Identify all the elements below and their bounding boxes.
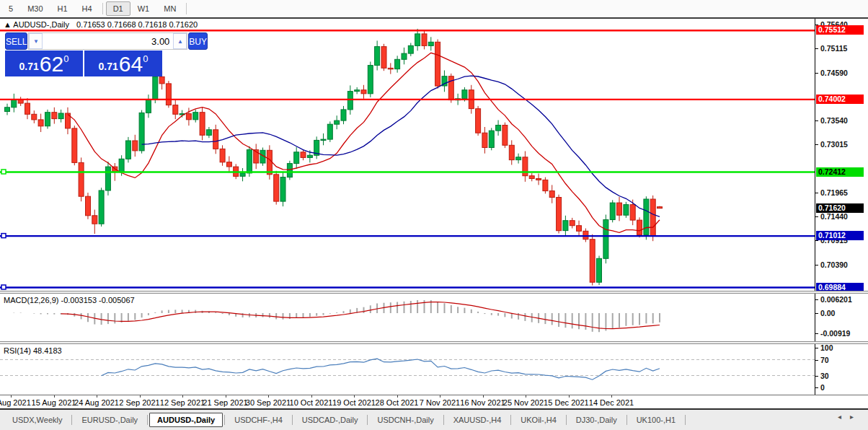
timeframe-mn[interactable]: MN <box>156 1 183 16</box>
tab-uk100-h1[interactable]: UK100-,H1 <box>629 413 683 427</box>
timeframe-5[interactable]: 5 <box>1 1 20 16</box>
tab-eurusd-daily[interactable]: EURUSD-,Daily <box>74 413 146 427</box>
axis-tick-label: 0.71440 <box>820 212 848 221</box>
tab-scroll-arrows[interactable]: ◂▸ <box>838 413 862 421</box>
axis-tick-label: 0.71965 <box>820 188 848 197</box>
toolbar-separator <box>102 3 103 14</box>
line-drag-handle[interactable] <box>1 170 6 174</box>
volume-increase-icon[interactable]: ▲ <box>173 33 187 49</box>
date-tick-label: 21 Sep 2021 <box>203 398 247 407</box>
axis-tick-mark <box>815 348 818 348</box>
collapse-arrow-icon[interactable]: ▲ <box>4 20 12 29</box>
axis-tick-mark <box>815 299 818 300</box>
tab-dj30-daily[interactable]: DJ30-,Daily <box>568 413 625 427</box>
bid-price-display[interactable]: 0.71620 <box>5 51 83 76</box>
date-tick-label: 24 Aug 2021 <box>74 398 119 407</box>
bid-price-big: 62 <box>40 54 63 74</box>
axis-tick-label: 0.006201 <box>820 295 852 304</box>
axis-tick-mark <box>815 120 818 121</box>
ask-price-display[interactable]: 0.71640 <box>84 51 162 76</box>
axis-tick-mark <box>815 216 818 217</box>
axis-tick-mark <box>815 193 818 193</box>
chart-tabs-bar: USDX,WeeklyEURUSD-,DailyAUDUSD-,DailyUSD… <box>0 408 868 430</box>
tab-usdchf-h4[interactable]: USDCHF-,H4 <box>226 413 291 427</box>
rsi-panel[interactable]: RSI(14) 48.4183 <box>0 344 815 395</box>
price-badge: 0.71620 <box>816 203 864 213</box>
date-tick-label: 28 Oct 2021 <box>376 398 419 407</box>
line-drag-handle[interactable] <box>1 285 6 289</box>
timeframe-h1[interactable]: H1 <box>50 1 75 16</box>
axis-tick-label: 0.73540 <box>820 116 848 125</box>
ask-price-big: 64 <box>119 54 143 74</box>
volume-spinner: ▼ ▲ <box>28 32 187 50</box>
axis-tick-label: 70 <box>820 356 829 364</box>
axis-tick-mark <box>815 73 818 74</box>
toolbar-separator <box>186 3 187 14</box>
chart-title: ▲ AUDUSD-,Daily0.71653 0.71668 0.71618 0… <box>4 20 198 29</box>
tab-xauusd-h4[interactable]: XAUUSD-,H4 <box>446 413 510 427</box>
date-tick-mark <box>526 395 526 398</box>
axis-tick-label: 0.75115 <box>820 44 847 53</box>
volume-input[interactable] <box>43 33 173 49</box>
rsi-label: RSI(14) 48.4183 <box>4 346 62 355</box>
timeframe-d1[interactable]: D1 <box>106 1 130 16</box>
axis-tick-mark <box>815 376 818 377</box>
axis-tick-mark <box>815 144 818 145</box>
tab-ukoil-h4[interactable]: UKOil-,H4 <box>513 413 564 427</box>
date-tick-label: 10 Oct 2021 <box>290 398 333 407</box>
tab-separator <box>224 415 225 425</box>
axis-tick-mark <box>815 313 818 314</box>
date-tick-label: 14 Dec 2021 <box>589 398 634 407</box>
timeframe-m30[interactable]: M30 <box>20 1 50 16</box>
axis-tick-label: 0.74590 <box>820 69 848 77</box>
volume-decrease-icon[interactable]: ▼ <box>29 33 43 49</box>
sell-button[interactable]: SELL <box>5 32 27 50</box>
axis-tick-label: 0 <box>820 383 825 392</box>
date-tick-mark <box>11 395 12 398</box>
tab-usdcnh-daily[interactable]: USDCNH-,Daily <box>369 413 441 427</box>
axis-tick-label: 0.70390 <box>820 260 848 269</box>
timeframe-h4[interactable]: H4 <box>75 1 99 16</box>
tab-usdx-weekly[interactable]: USDX,Weekly <box>4 413 70 427</box>
price-badge: 0.71012 <box>816 231 864 240</box>
buy-button[interactable]: BUY <box>188 32 208 50</box>
tab-separator <box>147 415 148 425</box>
macd-panel[interactable]: MACD(12,26,9) -0.003153 -0.005067 <box>0 294 815 341</box>
date-tick-label: 2 Sep 2021 <box>119 398 159 407</box>
price-badge: 0.74002 <box>816 95 864 104</box>
tab-separator <box>292 415 293 425</box>
date-tick-label: 25 Nov 2021 <box>503 398 548 407</box>
axis-tick-label: -0.00919 <box>820 329 850 338</box>
date-tick-label: 5 Aug 2021 <box>0 398 31 407</box>
tab-audusd-daily[interactable]: AUDUSD-,Daily <box>149 413 223 427</box>
date-axis: 5 Aug 202115 Aug 202124 Aug 20212 Sep 20… <box>0 395 868 408</box>
date-tick-mark <box>611 395 612 398</box>
date-tick-label: 30 Sep 2021 <box>246 398 291 407</box>
timeframe-w1[interactable]: W1 <box>130 1 157 16</box>
line-drag-handle[interactable] <box>1 234 6 238</box>
axis-tick-mark <box>815 333 818 334</box>
axis-tick-label: 0.00 <box>820 309 835 317</box>
price-badge: 0.72412 <box>816 167 864 177</box>
date-tick-mark <box>311 395 312 398</box>
one-click-trade-panel: SELL ▼ ▲ BUY 0.71620 0.71640 <box>5 32 162 76</box>
tab-separator <box>367 415 368 425</box>
chart-window: ▲ AUDUSD-,Daily0.71653 0.71668 0.71618 0… <box>0 17 868 430</box>
date-tick-mark <box>226 395 226 398</box>
main-chart-plot[interactable]: ▲ AUDUSD-,Daily0.71653 0.71668 0.71618 0… <box>0 19 815 291</box>
date-tick-mark <box>182 395 183 398</box>
tab-usdcad-daily[interactable]: USDCAD-,Daily <box>294 413 366 427</box>
rsi-axis: 10070300 <box>815 344 868 395</box>
date-tick-mark <box>397 395 398 398</box>
macd-signal-line <box>61 302 660 329</box>
axis-tick-mark <box>815 265 818 266</box>
tab-separator <box>626 415 627 425</box>
axis-tick-mark <box>815 240 818 241</box>
date-tick-label: 16 Nov 2021 <box>460 398 505 407</box>
date-tick-label: 7 Nov 2021 <box>420 398 460 407</box>
date-tick-mark <box>483 395 484 398</box>
ma-21-line <box>142 76 660 216</box>
date-tick-mark <box>354 395 355 398</box>
chart-ohlc-values: 0.71653 0.71668 0.71618 0.71620 <box>76 20 198 29</box>
chart-symbol-label: AUDUSD-,Daily <box>13 20 69 29</box>
